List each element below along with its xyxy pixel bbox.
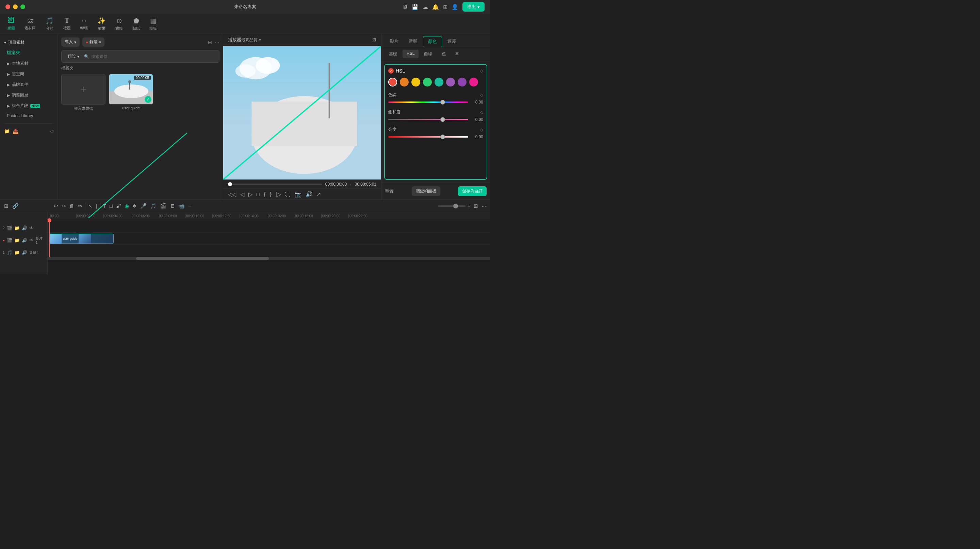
bright-reset-icon[interactable]: ◇ xyxy=(480,128,483,132)
audio-button[interactable]: 🔊 xyxy=(305,191,312,198)
track-folder-audio-icon[interactable]: 📁 xyxy=(14,250,20,255)
swatch-teal[interactable] xyxy=(434,78,443,86)
sat-track[interactable] xyxy=(388,119,468,120)
delete-button[interactable]: 🗑 xyxy=(68,202,76,209)
redo-button[interactable]: ↪ xyxy=(60,202,67,210)
save-custom-button[interactable]: 儲存為自訂 xyxy=(458,186,487,196)
screen-button[interactable]: ⛶ xyxy=(285,192,291,198)
keyframe-tl-button[interactable]: ◉ xyxy=(123,202,130,210)
progress-handle[interactable] xyxy=(228,182,232,186)
track-row-1[interactable]: user guide xyxy=(48,233,490,245)
hue-reset-icon[interactable]: ◇ xyxy=(480,93,483,97)
import-folder-icon[interactable]: 📤 xyxy=(13,128,18,134)
sidebar-folder[interactable]: 檔案夾 xyxy=(0,47,57,58)
timeline-scrollbar[interactable] xyxy=(48,257,490,260)
toolbar-item-transition[interactable]: ↔ 轉場 xyxy=(76,15,92,32)
monitor-icon[interactable]: 🖥 xyxy=(402,4,408,10)
export-button[interactable]: 導出 ▾ xyxy=(463,2,485,11)
timeline-scroll-handle[interactable] xyxy=(136,257,269,260)
toolbar-item-effects[interactable]: ✨ 效果 xyxy=(92,15,111,32)
quality-selector[interactable]: 最高品質 ▾ xyxy=(241,37,261,43)
prev-frame-button[interactable]: ◁ xyxy=(240,191,244,198)
progress-bar[interactable] xyxy=(228,184,322,185)
track-audio-icon-1[interactable]: 🔊 xyxy=(22,238,27,243)
track-folder-icon-1[interactable]: 📁 xyxy=(14,238,20,243)
track-row-2[interactable] xyxy=(48,220,490,233)
reset-button[interactable]: 重置 xyxy=(385,188,394,195)
paint-button[interactable]: 🖌 xyxy=(115,202,123,209)
video-clip-1[interactable]: user guide xyxy=(49,234,114,244)
timeline-grid-button[interactable]: ⊞ xyxy=(3,202,10,210)
sidebar-item-local[interactable]: ▶ 本地素材 xyxy=(0,58,57,69)
hue-track[interactable] xyxy=(388,102,468,103)
swatch-green[interactable] xyxy=(423,78,432,86)
track-eye-icon-2[interactable]: 👁 xyxy=(29,225,34,231)
music-button[interactable]: 🎵 xyxy=(149,202,158,210)
toolbar-item-sticker[interactable]: ⬟ 貼紙 xyxy=(127,15,145,32)
swatch-dark-purple[interactable] xyxy=(458,78,466,86)
keyframe-button[interactable]: 關鍵幀面板 xyxy=(412,186,440,196)
sidebar-item-compound[interactable]: ▶ 複合片段 NEW xyxy=(0,101,57,111)
zoom-handle[interactable] xyxy=(453,204,458,208)
subtab-hsl[interactable]: HSL xyxy=(402,50,418,58)
swatch-orange[interactable] xyxy=(400,78,409,86)
arrow-button[interactable]: ↗ xyxy=(317,191,321,198)
screen-tl-button[interactable]: 🖥 xyxy=(169,202,176,209)
track-folder-icon-2[interactable]: 📁 xyxy=(14,225,20,231)
stop-button[interactable]: □ xyxy=(256,192,260,198)
minus-speed-button[interactable]: − xyxy=(187,202,192,209)
bright-thumb[interactable] xyxy=(440,134,445,139)
cloud-icon[interactable]: ☁ xyxy=(423,4,428,10)
track-eye-icon-1[interactable]: 👁 xyxy=(29,238,34,243)
subtab-basic[interactable]: 基礎 xyxy=(385,50,401,58)
toolbar-item-template[interactable]: ▦ 模板 xyxy=(145,15,162,32)
cut-button[interactable]: ✂ xyxy=(76,202,84,210)
user-icon[interactable]: 👤 xyxy=(452,4,458,10)
rect-button[interactable]: □ xyxy=(108,202,114,209)
filter-settings-icon[interactable]: ⊟ xyxy=(208,40,212,45)
tab-audio[interactable]: 音頻 xyxy=(404,36,422,47)
freeze-button[interactable]: ❄ xyxy=(131,202,138,210)
trim-button[interactable]: | xyxy=(95,202,99,209)
layout-button[interactable]: ⊞ xyxy=(472,202,479,210)
plus-speed-button[interactable]: + xyxy=(466,202,472,209)
sidebar-item-photos[interactable]: Photos Library xyxy=(0,111,57,121)
sidebar-header-project[interactable]: ▾ 項目素材 xyxy=(0,37,57,47)
bright-track[interactable] xyxy=(388,136,468,137)
track-audio-icon-2[interactable]: 🔊 xyxy=(22,225,27,231)
collapse-icon[interactable]: ◁ xyxy=(50,128,53,134)
record-button[interactable]: ● 錄製 ▾ xyxy=(82,37,105,47)
swatch-pink[interactable] xyxy=(469,78,478,86)
import-button[interactable]: 導入 ▾ xyxy=(61,37,80,47)
prev-clip-button[interactable]: ◁◁ xyxy=(228,191,236,198)
play-button[interactable]: ▷ xyxy=(248,191,253,198)
undo-button[interactable]: ↩ xyxy=(52,202,60,210)
tab-color[interactable]: 顏色 xyxy=(423,36,442,47)
swatch-red[interactable] xyxy=(388,78,397,86)
sidebar-item-brand[interactable]: ▶ 品牌套件 xyxy=(0,79,57,90)
video-media-item[interactable]: 00:00:05 ✓ user guide xyxy=(109,74,153,111)
sat-reset-icon[interactable]: ◇ xyxy=(480,110,483,115)
clip-nav-button[interactable]: |▷ xyxy=(275,191,281,198)
voice-button[interactable]: 🎤 xyxy=(139,202,148,210)
grid-icon[interactable]: ⊞ xyxy=(443,4,447,10)
import-media-box[interactable]: + xyxy=(61,74,105,105)
hue-thumb[interactable] xyxy=(440,100,445,105)
text-tl-button[interactable]: T xyxy=(102,202,108,209)
timeline-link-button[interactable]: 🔗 xyxy=(11,202,20,210)
import-media-item[interactable]: + 導入媒體檔 xyxy=(61,74,105,111)
mark-out-button[interactable]: } xyxy=(270,192,272,198)
bell-icon[interactable]: 🔔 xyxy=(432,4,439,10)
minimize-button[interactable] xyxy=(13,5,18,9)
track-audio-mute-icon[interactable]: 🔊 xyxy=(22,250,27,255)
sat-thumb[interactable] xyxy=(440,117,445,122)
select-button[interactable]: ↖ xyxy=(87,202,94,210)
subtab-color[interactable]: 色 xyxy=(438,50,450,58)
subtab-more[interactable]: ⊟ xyxy=(451,50,463,58)
sidebar-item-cloud[interactable]: ▶ 雲空間 xyxy=(0,69,57,79)
toolbar-item-library[interactable]: 🗂 素材庫 xyxy=(20,15,40,32)
hsl-reset-icon[interactable]: ◇ xyxy=(480,69,483,73)
mark-in-button[interactable]: { xyxy=(264,192,266,198)
toolbar-item-audio[interactable]: 🎵 音頻 xyxy=(40,15,59,32)
swatch-yellow[interactable] xyxy=(411,78,420,86)
